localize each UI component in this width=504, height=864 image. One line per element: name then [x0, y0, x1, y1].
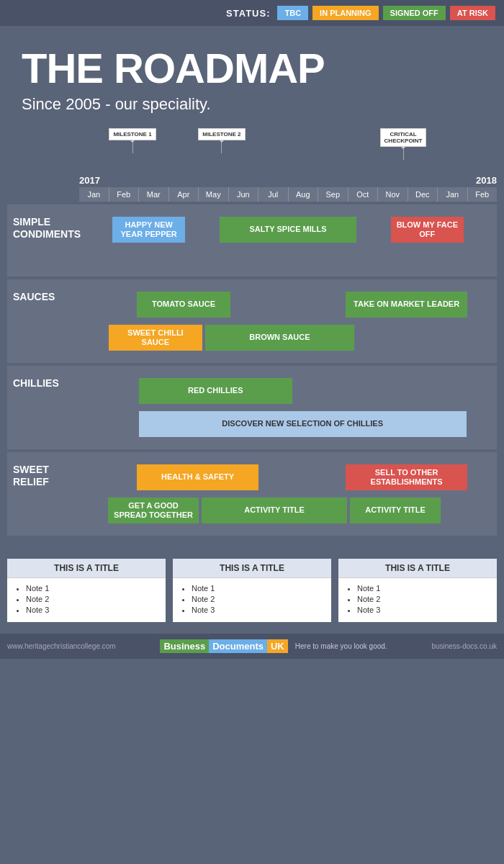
note-1-item-3: Note 3	[26, 606, 158, 614]
milestone-1-label: MILESTONE 1	[109, 128, 156, 140]
month-jul: Jul	[258, 187, 289, 202]
note-box-2-title: THIS IS A TITLE	[173, 559, 331, 578]
milestone-2: MILESTONE 2	[198, 128, 245, 153]
note-2-item-2: Note 2	[192, 595, 324, 603]
timeline: MILESTONE 1 MILESTONE 2 CRITICALCHECKPOI…	[0, 128, 504, 536]
section-label-sweet-relief: SWEET RELIEF	[7, 459, 79, 528]
note-box-3: THIS IS A TITLE Note 1 Note 2 Note 3	[338, 559, 497, 622]
month-may: May	[199, 187, 229, 202]
month-mar: Mar	[139, 187, 169, 202]
note-box-1-body: Note 1 Note 2 Note 3	[7, 578, 166, 622]
note-3-item-2: Note 2	[357, 595, 490, 603]
bar-happy-new-year: HAPPY NEW YEAR PEPPER	[112, 217, 185, 243]
bar-activity-title-1: ACTIVITY TITLE	[202, 498, 347, 523]
bar-brown-sauce: BROWN SAUCE	[205, 325, 355, 351]
brand-business: Business	[160, 639, 209, 653]
brand-uk: UK	[267, 639, 288, 653]
milestone-checkpoint-label: CRITICALCHECKPOINT	[380, 128, 427, 147]
milestone-1: MILESTONE 1	[109, 128, 156, 153]
month-jun: Jun	[229, 187, 259, 202]
note-2-item-1: Note 1	[192, 584, 324, 593]
hero-subtitle: Since 2005 - our speciality.	[22, 95, 482, 114]
status-bar: STATUS: TBC IN PLANNING SIGNED OFF AT RI…	[0, 0, 504, 26]
milestone-2-label: MILESTONE 2	[198, 128, 245, 140]
notes-section: THIS IS A TITLE Note 1 Note 2 Note 3 THI…	[0, 547, 504, 634]
footer: www.heritagechristiancollege.com Busines…	[0, 634, 504, 659]
hero-title: THE ROADMAP	[22, 48, 482, 89]
month-nov: Nov	[378, 187, 408, 202]
note-box-2-body: Note 1 Note 2 Note 3	[173, 578, 331, 622]
month-dec: Dec	[408, 187, 438, 202]
note-1-item-2: Note 2	[26, 595, 158, 603]
footer-url: www.heritagechristiancollege.com	[7, 642, 116, 650]
note-box-2: THIS IS A TITLE Note 1 Note 2 Note 3	[173, 559, 331, 622]
note-box-1-title: THIS IS A TITLE	[7, 559, 166, 578]
footer-right-url: business-docs.co.uk	[431, 642, 497, 650]
hero: THE ROADMAP Since 2005 - our speciality.	[0, 26, 504, 121]
section-label-condiments: SIMPLE CONDIMENTS	[7, 212, 79, 269]
section-label-sauces: SAUCES	[7, 287, 79, 356]
status-badge-risk[interactable]: AT RISK	[450, 6, 495, 20]
footer-brand: Business Documents UK	[160, 639, 287, 653]
status-badge-planning[interactable]: IN PLANNING	[312, 6, 379, 20]
month-jan2: Jan	[438, 187, 468, 202]
note-1-item-1: Note 1	[26, 584, 158, 593]
month-oct: Oct	[348, 187, 379, 202]
bar-activity-title-2: ACTIVITY TITLE	[350, 498, 441, 523]
month-feb2: Feb	[468, 187, 498, 202]
bar-health-safety: HEALTH & SAFETY	[137, 464, 258, 490]
status-badge-tbc[interactable]: TBC	[277, 6, 308, 20]
note-box-1: THIS IS A TITLE Note 1 Note 2 Note 3	[7, 559, 166, 622]
section-label-chillies: CHILLIES	[7, 373, 79, 442]
month-jan: Jan	[79, 187, 109, 202]
section-simple-condiments: SIMPLE CONDIMENTS HAPPY NEW YEAR PEPPER …	[7, 204, 497, 276]
status-label: STATUS:	[226, 8, 270, 19]
status-badge-signed[interactable]: SIGNED OFF	[383, 6, 446, 20]
section-sauces: SAUCES TOMATO SAUCE TAKE ON MARKET LEADE…	[7, 279, 497, 363]
bar-discover-chillies: DISCOVER NEW SELECTION OF CHILLIES	[139, 411, 467, 437]
note-3-item-3: Note 3	[357, 606, 490, 614]
year-2018: 2018	[476, 175, 497, 186]
year-2017: 2017	[79, 175, 100, 186]
section-sweet-relief: SWEET RELIEF HEALTH & SAFETY SELL TO OTH…	[7, 452, 497, 536]
month-sep: Sep	[318, 187, 348, 202]
note-3-item-1: Note 1	[357, 584, 490, 593]
bar-sell-establishments: SELL TO OTHER ESTABLISHMENTS	[346, 464, 467, 490]
month-apr: Apr	[169, 187, 199, 202]
note-box-3-title: THIS IS A TITLE	[338, 559, 497, 578]
bar-tomato-sauce: TOMATO SAUCE	[137, 292, 230, 318]
month-feb: Feb	[109, 187, 140, 202]
bar-good-spread: GET A GOOD SPREAD TOGETHER	[108, 498, 199, 523]
bar-red-chillies: RED CHILLIES	[139, 378, 292, 404]
bar-market-leader: TAKE ON MARKET LEADER	[346, 292, 467, 318]
section-chillies: CHILLIES RED CHILLIES DISCOVER NEW SELEC…	[7, 366, 497, 449]
milestone-checkpoint: CRITICALCHECKPOINT	[380, 128, 427, 160]
bar-blow-face: BLOW MY FACE OFF	[391, 217, 464, 243]
brand-docs: Documents	[209, 639, 267, 653]
footer-tagline: Here to make you look good.	[295, 642, 387, 650]
bar-salty-spice: SALTY SPICE MILLS	[220, 217, 356, 243]
months-row: Jan Feb Mar Apr May Jun Jul Aug Sep Oct …	[7, 187, 497, 202]
note-box-3-body: Note 1 Note 2 Note 3	[338, 578, 497, 622]
bar-sweet-chilli: SWEET CHILLI SAUCE	[109, 325, 202, 351]
month-aug: Aug	[289, 187, 319, 202]
note-2-item-3: Note 3	[192, 606, 324, 614]
